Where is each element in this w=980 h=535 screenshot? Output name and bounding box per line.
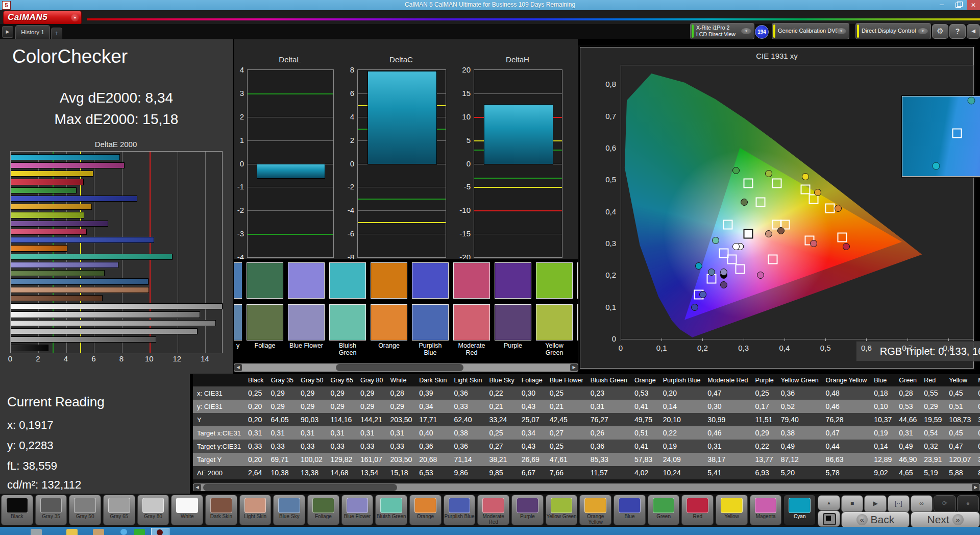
tab-history-1[interactable]: History 1	[15, 25, 50, 39]
table-cell: 0,29	[327, 400, 356, 413]
bar	[11, 295, 103, 301]
axis-tick-label: 8	[119, 354, 124, 363]
swatch-strip: yFoliageBlue FlowerBluish GreenOrangePur…	[234, 259, 578, 374]
color-patch-button[interactable]: Green	[648, 495, 680, 525]
column-header: Foliage	[518, 374, 546, 386]
calman-logo-button[interactable]: CalMAN5 ▼	[3, 11, 82, 25]
color-patch-button[interactable]: Cyan	[783, 495, 816, 525]
add-tab-button[interactable]: +	[51, 28, 62, 39]
color-patch-button[interactable]: Orange Yellow	[579, 495, 611, 525]
taskbar-icon[interactable]	[31, 529, 42, 535]
taskbar-active-icon[interactable]	[151, 528, 169, 535]
color-patch-button[interactable]: Dark Skin	[205, 495, 237, 525]
color-patch-button[interactable]: Black	[1, 495, 33, 525]
column-header: Gray 80	[356, 374, 386, 386]
bar-row	[11, 236, 222, 244]
back-button[interactable]: « Back	[841, 512, 910, 528]
gridline	[248, 187, 333, 187]
display-control-status-bar	[857, 25, 859, 38]
taskbar-icon[interactable]	[134, 529, 145, 535]
settings-button[interactable]: ⚙	[932, 24, 948, 39]
color-patch-button[interactable]: Foliage	[307, 495, 339, 525]
inset-markers	[902, 96, 980, 176]
patch-label: Green	[648, 514, 679, 520]
refresh-button[interactable]: ⟳	[934, 495, 955, 513]
table-cell: 0,10	[870, 400, 895, 413]
bar	[11, 237, 154, 243]
display-control-dropdown[interactable]: Direct Display Control ▼	[855, 23, 931, 39]
scroll-left-icon[interactable]: ◀	[234, 364, 242, 371]
scroll-left-icon[interactable]: ◀	[193, 484, 201, 491]
color-patch	[619, 498, 641, 513]
table-cell: 44,66	[895, 413, 920, 426]
color-patch-button[interactable]: Gray 80	[137, 495, 169, 525]
color-patch-button[interactable]: Red	[681, 495, 714, 525]
table-cell: 5,41	[703, 466, 751, 479]
scroll-right-icon[interactable]: ▶	[570, 364, 578, 371]
axis-tick-label: 4	[64, 354, 68, 363]
table-scrollbar[interactable]: ◀ ▶	[193, 483, 980, 491]
chevron-down-icon[interactable]: ▼	[71, 14, 79, 21]
measure-button[interactable]: [··]	[888, 495, 910, 513]
color-patch-button[interactable]: Orange	[409, 495, 442, 525]
color-patch-button[interactable]: Yellow Green	[546, 495, 578, 525]
expand-up-button[interactable]: ▲	[818, 495, 840, 510]
row-label: Target x:CIE31	[193, 426, 244, 440]
color-patch-button[interactable]: Moderate Red	[477, 495, 509, 525]
color-patch-button[interactable]: Bluish Green	[375, 495, 407, 525]
table-cell: 8,10	[974, 466, 980, 479]
table-cell: 0,32	[920, 440, 945, 453]
gridline	[358, 210, 446, 211]
table-cell: 64,05	[267, 413, 297, 426]
swatch-scrollbar[interactable]: ◀ ▶	[234, 363, 578, 372]
chevron-down-icon[interactable]: ▼	[836, 28, 846, 34]
close-button[interactable]: ✕	[967, 0, 980, 10]
color-patch-button[interactable]: Blue	[614, 495, 646, 525]
color-patch	[687, 498, 708, 513]
table-cell: 0,29	[356, 400, 386, 413]
restore-button[interactable]	[950, 0, 966, 10]
pattern-window-button[interactable]	[818, 510, 840, 527]
table-cell: 25,07	[518, 413, 546, 426]
color-patch-button[interactable]: Gray 65	[103, 495, 135, 525]
color-patch-button[interactable]: Blue Flower	[341, 495, 374, 525]
calman-window: 5 CalMAN 5 CalMAN Ultimate for Business …	[0, 0, 980, 535]
color-patch-button[interactable]: Purple	[511, 495, 544, 525]
scrollbar-thumb[interactable]	[336, 364, 463, 371]
stop-button[interactable]: ■	[841, 495, 863, 513]
taskbar-icon[interactable]	[93, 529, 104, 535]
current-y: y: 0,2283	[7, 439, 54, 452]
continuous-button[interactable]: ∞	[911, 495, 933, 513]
collapse-panel-button[interactable]: ◀	[967, 24, 980, 39]
source-dropdown[interactable]: Generic Calibration DVD ▼	[772, 23, 849, 39]
windows-taskbar[interactable]	[0, 527, 980, 535]
color-patch-button[interactable]: Gray 50	[69, 495, 101, 525]
color-patch-button[interactable]: Gray 35	[35, 495, 67, 525]
table-cell: 0,23	[586, 386, 630, 400]
scrollbar-thumb[interactable]	[203, 484, 397, 491]
meter-dropdown[interactable]: X-Rite i1Pro 2LCD Direct View ▼	[690, 23, 754, 39]
color-patch-button[interactable]: Light Skin	[239, 495, 272, 525]
color-patch-button[interactable]: Blue Sky	[273, 495, 305, 525]
color-patch-button[interactable]: Purplish Blue	[444, 495, 476, 525]
tab-scroll-button[interactable]: ▶	[2, 26, 13, 38]
table-cell: 0,14	[870, 440, 895, 453]
scroll-right-icon[interactable]: ▶	[972, 484, 979, 491]
swatch-label: y	[234, 342, 242, 349]
taskbar-icon[interactable]	[120, 529, 127, 535]
record-button[interactable]: ●	[957, 495, 979, 513]
next-button[interactable]: Next »	[911, 512, 980, 528]
chevron-down-icon[interactable]: ▼	[918, 28, 928, 34]
color-patch-button[interactable]: White	[171, 495, 203, 525]
color-patch-button[interactable]: Yellow	[716, 495, 748, 525]
table-cell: 10,24	[659, 466, 704, 479]
color-patch-button[interactable]: Magenta	[750, 495, 782, 525]
deltac-chart: DeltaC 86420-2-4-6-8	[339, 55, 447, 259]
help-button[interactable]: ?	[949, 24, 966, 39]
minimize-button[interactable]: –	[934, 0, 949, 10]
measured-point	[835, 205, 842, 212]
taskbar-icon[interactable]	[66, 529, 78, 535]
play-button[interactable]: ▶	[864, 495, 886, 513]
swatch-pair: Yellow Green	[536, 262, 573, 356]
chevron-down-icon[interactable]: ▼	[741, 28, 751, 34]
